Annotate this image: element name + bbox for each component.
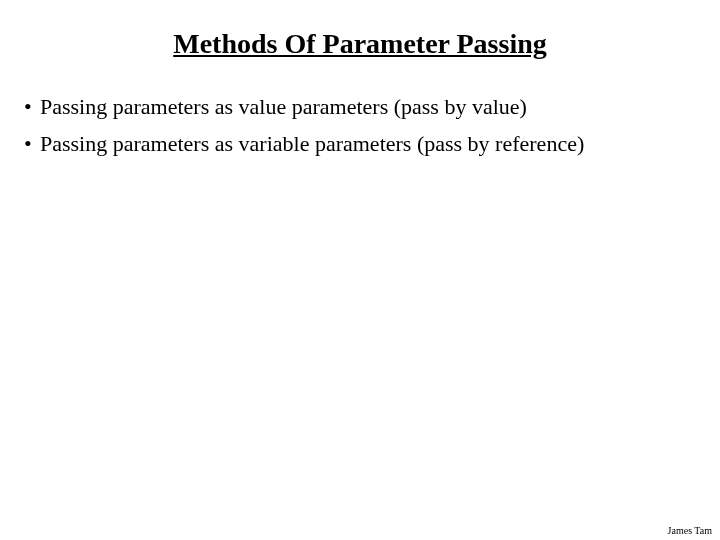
footer-author: James Tam	[668, 525, 712, 536]
slide-container: Methods Of Parameter Passing Passing par…	[0, 0, 720, 540]
slide-title: Methods Of Parameter Passing	[20, 28, 700, 60]
bullet-list: Passing parameters as value parameters (…	[20, 90, 700, 160]
list-item: Passing parameters as value parameters (…	[20, 90, 700, 123]
list-item: Passing parameters as variable parameter…	[20, 127, 700, 160]
